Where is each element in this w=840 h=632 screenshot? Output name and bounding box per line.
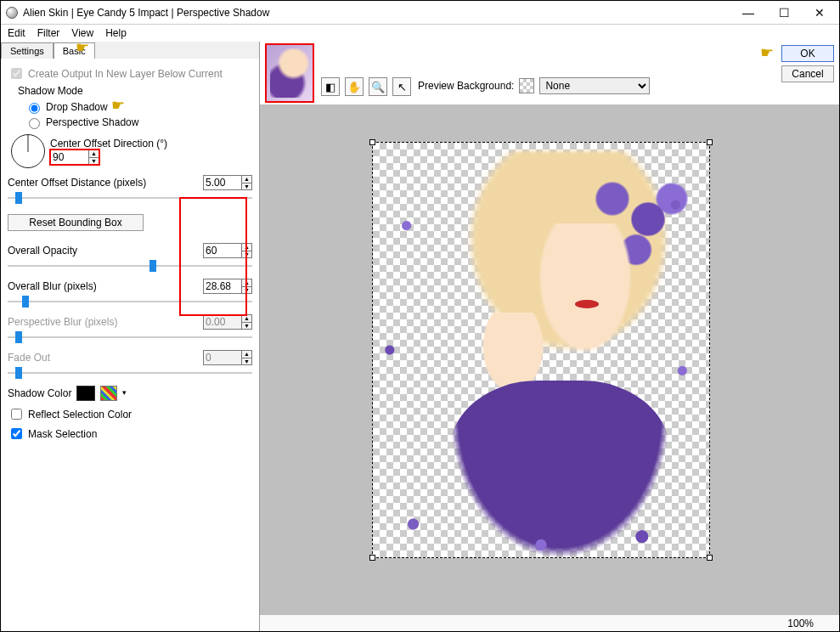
overall-opacity-label: Overall Opacity (8, 245, 203, 257)
center-offset-direction-input[interactable]: ▲▼ (50, 150, 99, 165)
cancel-button[interactable]: Cancel (781, 65, 834, 82)
color-toggle-icon[interactable]: ◧ (321, 77, 340, 96)
center-offset-distance-input[interactable]: ▲▼ (203, 175, 252, 190)
perspective-shadow-radio[interactable] (29, 118, 40, 129)
preview-bg-label: Preview Background: (418, 80, 514, 92)
create-output-label: Create Output In New Layer Below Current (28, 68, 223, 80)
menu-bar: Edit Filter View Help (1, 25, 839, 42)
status-bar: 100% (260, 614, 839, 631)
center-offset-distance-label: Center Offset Distance (pixels) (8, 177, 203, 189)
menu-filter[interactable]: Filter (37, 27, 60, 39)
resize-handle[interactable] (707, 139, 713, 145)
perspective-blur-slider (8, 331, 252, 343)
titlebar: Alien Skin | Eye Candy 5 Impact | Perspe… (1, 1, 839, 25)
drop-shadow-radio[interactable] (29, 103, 40, 114)
preview-image[interactable] (372, 142, 710, 558)
close-button[interactable]: ✕ (802, 2, 837, 24)
overall-blur-label: Overall Blur (pixels) (8, 280, 203, 292)
preview-bg-select[interactable]: None (539, 77, 650, 94)
direction-dial[interactable] (11, 134, 45, 168)
overall-blur-slider[interactable] (8, 296, 252, 308)
tab-settings[interactable]: Settings (1, 42, 54, 59)
shadow-mode-label: Shadow Mode (18, 85, 252, 97)
overall-opacity-input[interactable]: ▲▼ (203, 243, 252, 258)
resize-handle[interactable] (369, 139, 375, 145)
perspective-shadow-label: Perspective Shadow (46, 116, 138, 128)
menu-view[interactable]: View (71, 27, 93, 39)
drop-shadow-label: Drop Shadow (46, 101, 108, 113)
pointer-icon (760, 48, 779, 60)
pointer-icon (111, 101, 130, 113)
checker-icon (519, 78, 534, 93)
menu-edit[interactable]: Edit (8, 27, 25, 39)
basic-panel: Create Output In New Layer Below Current… (1, 59, 259, 631)
minimize-button[interactable]: — (730, 2, 766, 24)
app-window: Alien Skin | Eye Candy 5 Impact | Perspe… (0, 0, 840, 632)
center-offset-direction-label: Center Offset Direction (°) (50, 138, 167, 150)
color-palette-dropdown[interactable] (100, 386, 117, 401)
app-icon (6, 7, 18, 19)
preview-subject (373, 143, 709, 557)
shadow-color-label: Shadow Color (8, 387, 71, 399)
maximize-button[interactable]: ☐ (766, 2, 802, 24)
perspective-blur-label: Perspective Blur (pixels) (8, 316, 203, 328)
hand-tool-icon[interactable]: ✋ (345, 77, 364, 96)
mask-selection-label: Mask Selection (28, 428, 97, 440)
create-output-checkbox[interactable]: Create Output In New Layer Below Current (8, 65, 252, 82)
main-column: ◧ ✋ 🔍 ↖ Preview Background: None OK (260, 42, 839, 631)
shadow-color-swatch[interactable] (76, 386, 95, 401)
reset-bounding-box-button[interactable]: Reset Bounding Box (8, 214, 144, 231)
preview-canvas[interactable] (260, 104, 839, 614)
overall-opacity-slider[interactable] (8, 260, 252, 272)
resize-handle[interactable] (369, 555, 375, 561)
reflect-selection-label: Reflect Selection Color (28, 409, 132, 420)
window-title: Alien Skin | Eye Candy 5 Impact | Perspe… (23, 7, 730, 19)
reflect-selection-checkbox[interactable]: Reflect Selection Color (8, 406, 252, 422)
resize-handle[interactable] (707, 555, 713, 561)
pointer-icon (76, 43, 94, 55)
fade-out-slider (8, 367, 252, 379)
preset-thumbnail[interactable] (265, 43, 314, 103)
fade-out-input: ▲▼ (203, 350, 252, 365)
spin-down-icon[interactable]: ▼ (88, 157, 99, 165)
perspective-blur-input: ▲▼ (203, 314, 252, 330)
zoom-tool-icon[interactable]: 🔍 (369, 77, 387, 96)
ok-button[interactable]: OK (781, 45, 834, 62)
zoom-level: 100% (787, 618, 814, 629)
menu-help[interactable]: Help (105, 27, 127, 39)
fade-out-label: Fade Out (8, 352, 203, 364)
center-offset-distance-slider[interactable] (8, 192, 252, 204)
sidebar: Settings Basic Create Output In New Laye… (1, 42, 260, 631)
spin-up-icon[interactable]: ▲ (88, 150, 99, 157)
overall-blur-input[interactable]: ▲▼ (203, 279, 252, 294)
pointer-tool-icon[interactable]: ↖ (392, 77, 411, 96)
mask-selection-checkbox[interactable]: Mask Selection (8, 426, 252, 442)
